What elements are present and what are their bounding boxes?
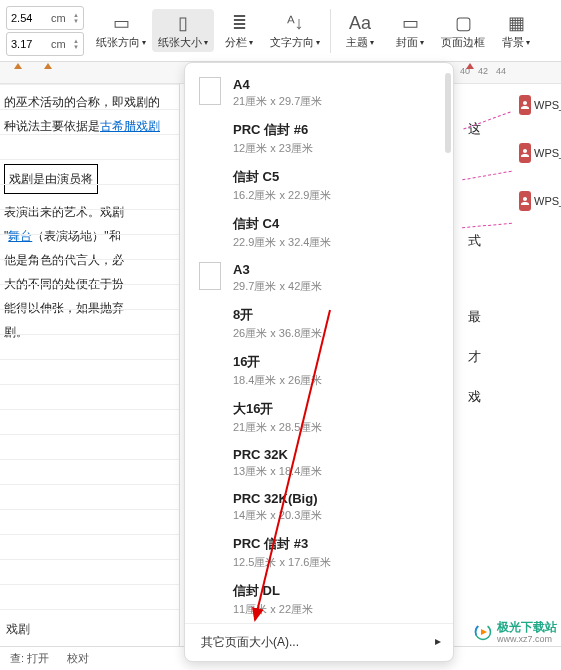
chevron-down-icon: ▾ bbox=[142, 38, 146, 47]
text-direction-icon: ᴬ↓ bbox=[287, 11, 304, 35]
text-fragment: 才 bbox=[468, 348, 481, 366]
text-line: 的巫术活动的合称，即戏剧的 bbox=[4, 90, 175, 114]
chevron-down-icon: ▾ bbox=[420, 38, 424, 47]
orientation-icon: ▭ bbox=[113, 11, 130, 35]
ruler-marker[interactable] bbox=[44, 63, 52, 69]
margin-top-value[interactable] bbox=[11, 12, 51, 24]
spin-down-icon[interactable]: ▼ bbox=[73, 44, 79, 50]
size-label: 纸张大小 bbox=[158, 35, 202, 50]
page-icon bbox=[199, 121, 221, 149]
ruler-tick: 42 bbox=[478, 66, 488, 76]
option-dimensions: 21厘米 x 28.5厘米 bbox=[233, 420, 322, 435]
option-dimensions: 16.2厘米 x 22.9厘米 bbox=[233, 188, 331, 203]
paper-size-option[interactable]: 信封 DL11厘米 x 22厘米 bbox=[185, 576, 453, 623]
option-name: PRC 信封 #3 bbox=[233, 535, 331, 553]
svg-marker-4 bbox=[481, 629, 487, 635]
chevron-down-icon: ▾ bbox=[249, 38, 253, 47]
paper-size-option[interactable]: A329.7厘米 x 42厘米 bbox=[185, 256, 453, 300]
option-dimensions: 12.5厘米 x 17.6厘米 bbox=[233, 555, 331, 570]
option-name: 大16开 bbox=[233, 400, 322, 418]
columns-label: 分栏 bbox=[225, 35, 247, 50]
watermark: 极光下载站 www.xz7.com bbox=[473, 619, 557, 644]
text-fragment: 最 bbox=[468, 308, 481, 326]
hyperlink[interactable]: 古希腊戏剧 bbox=[100, 119, 160, 133]
document-pane[interactable]: 的巫术活动的合称，即戏剧的 种说法主要依据是古希腊戏剧 戏剧是由演员将 表演出来… bbox=[0, 84, 180, 646]
margin-left-value[interactable] bbox=[11, 38, 51, 50]
unit-label: cm bbox=[51, 12, 66, 24]
option-name: 信封 C5 bbox=[233, 168, 331, 186]
paper-size-button[interactable]: ▯ 纸张大小▾ bbox=[152, 9, 214, 52]
paper-size-option[interactable]: PRC 信封 #312.5厘米 x 17.6厘米 bbox=[185, 529, 453, 576]
text-direction-button[interactable]: ᴬ↓ 文字方向▾ bbox=[264, 9, 326, 52]
border-icon: ▢ bbox=[455, 11, 472, 35]
option-name: PRC 信封 #6 bbox=[233, 121, 313, 139]
option-name: PRC 32K bbox=[233, 447, 322, 462]
chevron-down-icon: ▾ bbox=[526, 38, 530, 47]
option-name: 信封 DL bbox=[233, 582, 313, 600]
spin-down-icon[interactable]: ▼ bbox=[73, 18, 79, 24]
status-proof[interactable]: 校对 bbox=[67, 651, 89, 666]
margin-left-input[interactable]: cm ▲▼ bbox=[6, 32, 84, 56]
orientation-button[interactable]: ▭ 纸张方向▾ bbox=[90, 9, 152, 52]
page-icon bbox=[199, 306, 221, 334]
page-icon bbox=[199, 77, 221, 105]
margin-fields: cm ▲▼ cm ▲▼ bbox=[6, 6, 84, 56]
page-icon bbox=[199, 447, 221, 475]
comment-item[interactable]: WPS_ bbox=[519, 143, 561, 163]
option-dimensions: 12厘米 x 23厘米 bbox=[233, 141, 313, 156]
paper-size-option[interactable]: PRC 32K13厘米 x 18.4厘米 bbox=[185, 441, 453, 485]
page-icon bbox=[199, 582, 221, 610]
theme-icon: Aa bbox=[349, 11, 371, 35]
watermark-url: www.xz7.com bbox=[497, 634, 557, 644]
paper-size-option[interactable]: PRC 32K(Big)14厘米 x 20.3厘米 bbox=[185, 485, 453, 529]
other-page-size-item[interactable]: 其它页面大小(A)... ▸ bbox=[185, 623, 453, 661]
unit-label: cm bbox=[51, 38, 66, 50]
option-name: A4 bbox=[233, 77, 322, 92]
orientation-label: 纸张方向 bbox=[96, 35, 140, 50]
comment-item[interactable]: WPS_ bbox=[519, 95, 561, 115]
paper-size-option[interactable]: 信封 C422.9厘米 x 32.4厘米 bbox=[185, 209, 453, 256]
theme-label: 主题 bbox=[346, 35, 368, 50]
page-icon bbox=[199, 400, 221, 428]
background-button[interactable]: ▦ 背景▾ bbox=[491, 9, 541, 52]
text-line: "舞台（表演场地）"和 bbox=[4, 224, 175, 248]
scrollbar[interactable] bbox=[445, 73, 451, 153]
option-name: 信封 C4 bbox=[233, 215, 331, 233]
paper-size-option[interactable]: 信封 C516.2厘米 x 22.9厘米 bbox=[185, 162, 453, 209]
paper-size-option[interactable]: PRC 信封 #612厘米 x 23厘米 bbox=[185, 115, 453, 162]
hyperlink[interactable]: 舞台 bbox=[8, 229, 32, 243]
comment-item[interactable]: WPS_ bbox=[519, 191, 561, 211]
paper-size-option[interactable]: 大16开21厘米 x 28.5厘米 bbox=[185, 394, 453, 441]
paper-size-option[interactable]: 8开26厘米 x 36.8厘米 bbox=[185, 300, 453, 347]
document-text: 的巫术活动的合称，即戏剧的 种说法主要依据是古希腊戏剧 戏剧是由演员将 表演出来… bbox=[4, 90, 175, 344]
option-dimensions: 18.4厘米 x 26厘米 bbox=[233, 373, 322, 388]
page-icon bbox=[199, 491, 221, 519]
text-line: 能得以伸张，如果抛弃 bbox=[4, 296, 175, 320]
status-find[interactable]: 查: 打开 bbox=[10, 651, 49, 666]
option-name: A3 bbox=[233, 262, 322, 277]
ruler-marker-left[interactable] bbox=[14, 63, 22, 69]
avatar-icon bbox=[519, 191, 531, 211]
dropdown-body[interactable]: A421厘米 x 29.7厘米PRC 信封 #612厘米 x 23厘米信封 C5… bbox=[185, 63, 453, 623]
margin-top-input[interactable]: cm ▲▼ bbox=[6, 6, 84, 30]
option-dimensions: 26厘米 x 36.8厘米 bbox=[233, 326, 322, 341]
cover-button[interactable]: ▭ 封面▾ bbox=[385, 9, 435, 52]
option-dimensions: 22.9厘米 x 32.4厘米 bbox=[233, 235, 331, 250]
columns-button[interactable]: ≣ 分栏▾ bbox=[214, 9, 264, 52]
comment-author: WPS_ bbox=[534, 99, 561, 111]
footer-text: 戏剧 bbox=[6, 621, 30, 638]
page-icon bbox=[199, 168, 221, 196]
avatar-icon bbox=[519, 95, 531, 115]
paper-size-option[interactable]: 16开18.4厘米 x 26厘米 bbox=[185, 347, 453, 394]
comments-pane: WPS_ WPS_ WPS_ bbox=[519, 95, 561, 239]
paper-size-option[interactable]: A421厘米 x 29.7厘米 bbox=[185, 71, 453, 115]
page-border-button[interactable]: ▢ 页面边框 bbox=[435, 9, 491, 52]
ruler-marker-right[interactable] bbox=[466, 63, 474, 69]
chevron-down-icon: ▾ bbox=[370, 38, 374, 47]
theme-button[interactable]: Aa 主题▾ bbox=[335, 9, 385, 52]
text-line: 他是角色的代言人，必 bbox=[4, 248, 175, 272]
watermark-logo-icon bbox=[473, 622, 493, 642]
columns-icon: ≣ bbox=[232, 11, 247, 35]
chevron-down-icon: ▾ bbox=[316, 38, 320, 47]
chevron-down-icon: ▾ bbox=[204, 38, 208, 47]
